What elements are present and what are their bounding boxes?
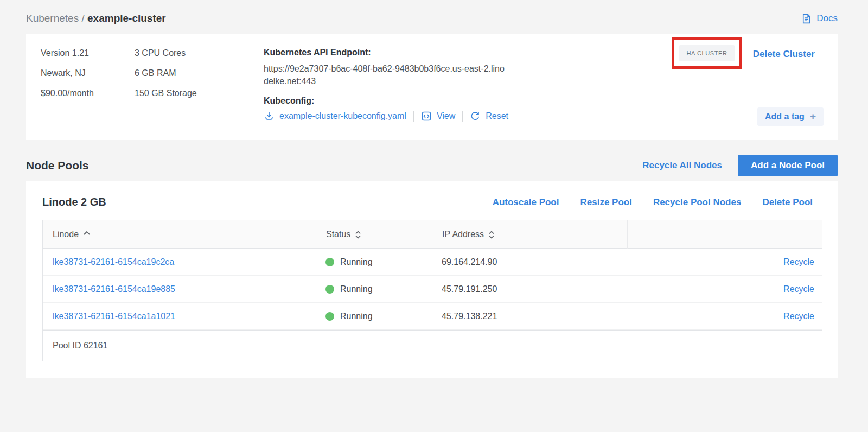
delete-pool-button[interactable]: Delete Pool: [762, 197, 813, 208]
cluster-specs: Version 1.21 Newark, NJ $90.00/month 3 C…: [41, 48, 259, 98]
column-header-ip-address[interactable]: IP Address: [431, 220, 627, 249]
pool-id-footer: Pool ID 62161: [43, 330, 822, 361]
recycle-pool-nodes-button[interactable]: Recycle Pool Nodes: [653, 197, 742, 208]
plus-icon: +: [810, 113, 816, 120]
status-label: Running: [340, 257, 373, 267]
reset-icon: [470, 111, 481, 122]
recycle-node-button[interactable]: Recycle: [783, 257, 814, 266]
node-link[interactable]: lke38731-62161-6154ca19e885: [53, 284, 175, 294]
kubeconfig-reset-link[interactable]: Reset: [470, 111, 508, 122]
cluster-summary-panel: Version 1.21 Newark, NJ $90.00/month 3 C…: [26, 34, 838, 140]
ha-cluster-highlight-box: HA CLUSTER: [672, 37, 742, 69]
view-label: View: [437, 111, 455, 121]
node-link[interactable]: lke38731-62161-6154ca1a1021: [53, 312, 175, 321]
table-header-row: Linode Status IP Address: [43, 220, 822, 249]
spec-version: Version 1.21: [41, 48, 135, 58]
reset-label: Reset: [486, 111, 508, 121]
delete-cluster-button[interactable]: Delete Cluster: [753, 49, 815, 60]
kubeconfig-download-link[interactable]: example-cluster-kubeconfig.yaml: [264, 111, 406, 122]
node-ip: 69.164.214.90: [431, 257, 627, 267]
node-link[interactable]: lke38731-62161-6154ca19c2ca: [53, 257, 174, 266]
pool-name: Linode 2 GB: [42, 196, 106, 208]
table-row: lke38731-62161-6154ca19c2ca Running 69.1…: [43, 249, 822, 276]
download-icon: [264, 111, 275, 122]
table-row: lke38731-62161-6154ca1a1021 Running 45.7…: [43, 303, 822, 330]
sort-ascending-icon: [83, 231, 91, 236]
api-endpoint-url: https://9e2a7307-b6ac-408f-ba62-9483b0b3…: [264, 62, 505, 87]
column-label: Status: [326, 230, 350, 239]
column-label: Linode: [53, 230, 79, 239]
divider: [462, 111, 463, 122]
api-endpoint-label: Kubernetes API Endpoint:: [264, 48, 513, 58]
status-label: Running: [340, 284, 373, 294]
code-view-icon: [421, 111, 432, 122]
node-ip: 45.79.138.221: [431, 312, 627, 321]
status-running-icon: [326, 312, 334, 321]
spec-cpu: 3 CPU Cores: [135, 48, 259, 58]
node-pool-card: Linode 2 GB Autoscale Pool Resize Pool R…: [26, 181, 838, 378]
api-endpoint-block: Kubernetes API Endpoint: https://9e2a730…: [264, 48, 513, 122]
sort-both-icon: [355, 231, 361, 239]
spec-ram: 6 GB RAM: [135, 68, 259, 78]
spec-price: $90.00/month: [41, 88, 135, 98]
recycle-all-nodes-button[interactable]: Recycle All Nodes: [642, 160, 722, 171]
status-label: Running: [340, 312, 373, 321]
topbar: Kubernetes / example-cluster Docs: [26, 9, 838, 28]
kubeconfig-label: Kubeconfig:: [264, 96, 513, 106]
column-label: IP Address: [442, 230, 484, 239]
resize-pool-button[interactable]: Resize Pool: [580, 197, 631, 208]
status-running-icon: [326, 258, 334, 266]
node-ip: 45.79.191.250: [431, 284, 627, 294]
add-tag-button[interactable]: Add a tag +: [757, 107, 824, 126]
kubeconfig-block: Kubeconfig: example-cluster-kubeconfig.y…: [264, 96, 513, 122]
kubernetes-cluster-page: Kubernetes / example-cluster Docs Versio…: [0, 0, 868, 432]
divider: [413, 111, 414, 122]
add-node-pool-button[interactable]: Add a Node Pool: [738, 155, 838, 176]
breadcrumb-section[interactable]: Kubernetes: [26, 12, 79, 24]
spec-storage: 150 GB Storage: [135, 88, 259, 98]
autoscale-pool-button[interactable]: Autoscale Pool: [493, 197, 559, 208]
docs-icon: [801, 13, 812, 24]
kubeconfig-filename: example-cluster-kubeconfig.yaml: [279, 111, 406, 121]
breadcrumb: Kubernetes / example-cluster: [26, 12, 166, 24]
node-pools-header: Node Pools Recycle All Nodes Add a Node …: [26, 155, 838, 176]
recycle-node-button[interactable]: Recycle: [783, 284, 814, 294]
spec-region: Newark, NJ: [41, 68, 135, 78]
docs-link[interactable]: Docs: [801, 13, 838, 24]
breadcrumb-separator: /: [81, 12, 84, 24]
status-running-icon: [326, 285, 334, 294]
recycle-node-button[interactable]: Recycle: [783, 312, 814, 321]
breadcrumb-cluster-name: example-cluster: [87, 12, 166, 24]
nodes-table: Linode Status IP Address: [42, 220, 822, 361]
node-pools-title: Node Pools: [26, 159, 89, 172]
column-header-actions: [627, 220, 822, 249]
add-tag-label: Add a tag: [765, 112, 805, 122]
column-header-linode[interactable]: Linode: [43, 220, 318, 249]
docs-label: Docs: [816, 13, 838, 24]
table-row: lke38731-62161-6154ca19e885 Running 45.7…: [43, 276, 822, 303]
kubeconfig-view-link[interactable]: View: [421, 111, 455, 122]
sort-both-icon: [488, 231, 495, 239]
ha-cluster-badge: HA CLUSTER: [679, 45, 734, 61]
column-header-status[interactable]: Status: [318, 220, 431, 249]
